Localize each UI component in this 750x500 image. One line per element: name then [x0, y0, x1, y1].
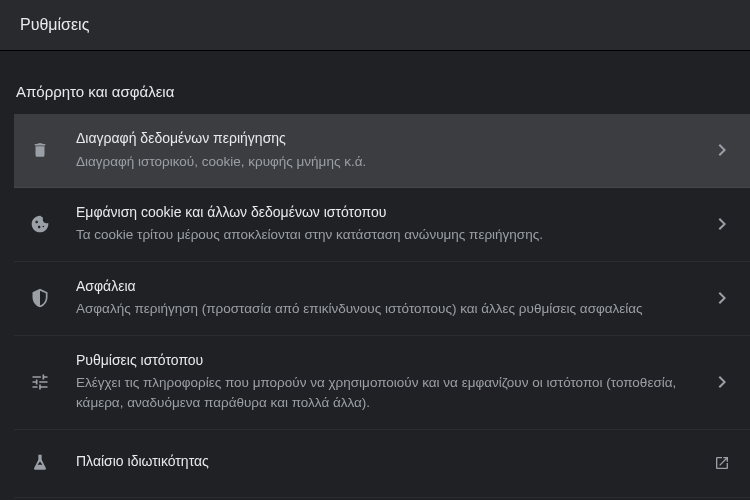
external-link-icon: [714, 455, 730, 471]
settings-list: Διαγραφή δεδομένων περιήγησης Διαγραφή ι…: [0, 114, 750, 498]
item-text: Διαγραφή δεδομένων περιήγησης Διαγραφή ι…: [76, 129, 702, 172]
item-title: Ασφάλεια: [76, 277, 702, 297]
settings-item-clear-browsing-data[interactable]: Διαγραφή δεδομένων περιήγησης Διαγραφή ι…: [14, 114, 750, 188]
settings-item-security[interactable]: Ασφάλεια Ασφαλής περιήγηση (προστασία απ…: [14, 262, 750, 336]
item-description: Τα cookie τρίτου μέρους αποκλείονται στη…: [76, 225, 702, 245]
settings-item-privacy-sandbox[interactable]: Πλαίσιο ιδιωτικότητας: [14, 430, 750, 498]
chevron-right-icon: [714, 290, 730, 306]
item-text: Ρυθμίσεις ιστότοπου Ελέγχει τις πληροφορ…: [76, 351, 702, 414]
cookie-icon: [28, 212, 52, 236]
settings-content: Απόρρητο και ασφάλεια Διαγραφή δεδομένων…: [0, 51, 750, 498]
item-text: Εμφάνιση cookie και άλλων δεδομένων ιστό…: [76, 203, 702, 246]
item-text: Πλαίσιο ιδιωτικότητας: [76, 452, 702, 475]
chevron-right-icon: [714, 216, 730, 232]
tune-icon: [28, 370, 52, 394]
trash-icon: [28, 138, 52, 162]
item-title: Διαγραφή δεδομένων περιήγησης: [76, 129, 702, 149]
item-description: Ασφαλής περιήγηση (προστασία από επικίνδ…: [76, 299, 702, 319]
chevron-right-icon: [714, 142, 730, 158]
flask-icon: [28, 451, 52, 475]
item-text: Ασφάλεια Ασφαλής περιήγηση (προστασία απ…: [76, 277, 702, 320]
item-description: Ελέγχει τις πληροφορίες που μπορούν να χ…: [76, 373, 702, 414]
chevron-right-icon: [714, 374, 730, 390]
settings-item-site-settings[interactable]: Ρυθμίσεις ιστότοπου Ελέγχει τις πληροφορ…: [14, 336, 750, 430]
settings-header: Ρυθμίσεις: [0, 0, 750, 51]
item-title: Εμφάνιση cookie και άλλων δεδομένων ιστό…: [76, 203, 702, 223]
page-title: Ρυθμίσεις: [20, 16, 730, 34]
item-title: Πλαίσιο ιδιωτικότητας: [76, 452, 702, 472]
settings-item-cookies[interactable]: Εμφάνιση cookie και άλλων δεδομένων ιστό…: [14, 188, 750, 262]
section-title: Απόρρητο και ασφάλεια: [0, 71, 750, 114]
item-description: Διαγραφή ιστορικού, cookie, κρυφής μνήμη…: [76, 152, 702, 172]
item-title: Ρυθμίσεις ιστότοπου: [76, 351, 702, 371]
shield-icon: [28, 286, 52, 310]
